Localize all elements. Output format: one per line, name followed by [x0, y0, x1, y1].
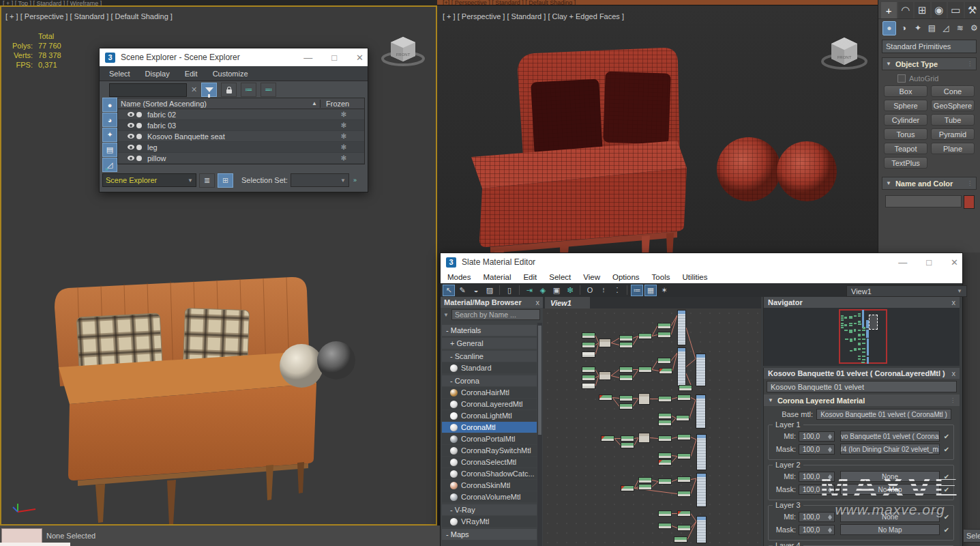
slate-menu-utilities[interactable]: Utilities — [682, 273, 707, 281]
slate-titlebar[interactable]: 3 Slate Material Editor — □ ✕ — [441, 253, 962, 271]
map-node[interactable] — [677, 453, 691, 459]
map-node[interactable] — [677, 394, 691, 401]
browser-header[interactable]: Material/Map Browser x — [441, 297, 543, 308]
minimize-button[interactable]: — — [303, 53, 312, 63]
browser-material-item[interactable]: CoronaPortalMtl — [442, 433, 537, 444]
material-node[interactable] — [696, 354, 706, 386]
primitive-button-plane[interactable]: Plane — [931, 143, 975, 154]
create-tab[interactable]: + — [881, 2, 897, 18]
map-node[interactable] — [658, 413, 672, 419]
map-node[interactable] — [657, 323, 671, 329]
browser-material-item[interactable]: CoronaLightMtl — [442, 410, 537, 421]
navigator-cursor-box[interactable] — [869, 315, 878, 330]
object-type-rollout[interactable]: ▼Object Type⋮ — [882, 57, 977, 70]
browser-material-item[interactable]: CoronaShadowCatc... — [442, 468, 537, 479]
select-tool-icon[interactable]: ↖ — [443, 285, 455, 296]
frozen-snowflake-icon[interactable]: ✻ — [323, 121, 364, 129]
map-node[interactable] — [619, 403, 633, 410]
browser-material-item[interactable]: Standard — [442, 362, 537, 373]
table-row[interactable]: Kosovo Banquette seat✻ — [118, 131, 364, 142]
map-node[interactable] — [599, 394, 612, 401]
delete-icon[interactable]: ▯ — [503, 285, 516, 296]
maxscript-mini-listener[interactable] — [1, 528, 42, 543]
map-node[interactable] — [679, 385, 692, 391]
browser-group[interactable]: - Corona — [442, 375, 537, 386]
autogrid-checkbox[interactable] — [897, 74, 906, 83]
expand-tree-icon[interactable]: ≔ — [241, 83, 256, 97]
object-name[interactable]: pillow — [147, 154, 166, 162]
material-id-list-icon[interactable]: ≔ — [631, 285, 643, 296]
object-dot-icon[interactable] — [136, 123, 142, 128]
map-node[interactable] — [658, 435, 672, 442]
primitive-button-teapot[interactable]: Teapot — [884, 143, 927, 154]
hide-unused-icon[interactable]: ◈ — [537, 285, 549, 296]
map-node[interactable] — [658, 511, 672, 517]
more-filters-chevron[interactable]: » — [105, 166, 108, 173]
show-end-result-icon[interactable]: O — [584, 285, 596, 296]
navigator-header[interactable]: Navigatorx — [764, 297, 960, 308]
browser-search-input[interactable]: Search by Name ... — [451, 309, 540, 320]
spacewarps-category-icon[interactable]: ≋ — [954, 22, 966, 35]
mask-amount-spinner[interactable]: 100,0 — [799, 444, 835, 455]
geometry-category-icon[interactable]: ● — [882, 21, 896, 35]
base-mtl-button[interactable]: Kosovo Banquette 01 velvet ( CoronaMtl ) — [816, 409, 951, 420]
top-viewport-sliver[interactable]: [ + ] [ Top ] [ Standard ] [ Wireframe ] — [0, 0, 437, 5]
material-node[interactable] — [677, 347, 686, 386]
map-node[interactable] — [638, 433, 650, 443]
table-row[interactable]: pillow✻ — [118, 153, 364, 164]
map-node[interactable] — [638, 477, 652, 483]
display-tab[interactable]: ▭ — [948, 2, 964, 18]
scene-explorer-titlebar[interactable]: 3 Scene Explorer - Scene Explorer — □ ✕ — [100, 48, 368, 66]
menu-select[interactable]: Select — [109, 70, 130, 78]
modify-tab[interactable]: ◠ — [898, 2, 914, 18]
lights-category-icon[interactable]: ✦ — [912, 22, 924, 35]
map-node[interactable] — [621, 442, 634, 448]
explorer-preset-dropdown[interactable]: Scene Explorer▼ — [102, 173, 196, 187]
viewport-label[interactable]: [ + ] [ Perspective ] [ Standard ] [ Cla… — [443, 12, 624, 20]
close-panel-icon[interactable]: x — [536, 298, 540, 306]
table-row[interactable]: leg✻ — [118, 142, 364, 153]
slate-menu-view[interactable]: View — [583, 273, 600, 281]
visibility-eye-icon[interactable] — [128, 156, 134, 160]
browser-material-item[interactable]: CoronaMtl — [442, 422, 537, 433]
slate-menu-tools[interactable]: Tools — [652, 273, 670, 281]
motion-tab[interactable]: ◉ — [932, 2, 947, 18]
pick-material-icon[interactable]: ✎ — [456, 285, 469, 296]
map-node[interactable] — [677, 525, 691, 531]
mtl-amount-spinner[interactable]: 100,0 — [799, 431, 835, 442]
browser-material-item[interactable]: CoronaRaySwitchMtl — [442, 445, 537, 456]
object-dot-icon[interactable] — [136, 145, 142, 150]
map-node[interactable] — [677, 434, 691, 440]
hierarchy-view-icon[interactable]: ⊞ — [218, 173, 233, 188]
primitive-button-cone[interactable]: Cone — [931, 85, 975, 97]
map-node[interactable] — [582, 342, 595, 348]
clear-search-icon[interactable]: ✕ — [191, 85, 197, 94]
browser-material-item[interactable]: VRayMtl — [442, 516, 537, 527]
filter-icon[interactable] — [201, 83, 217, 97]
navigator-minimap[interactable] — [764, 308, 960, 366]
object-name[interactable]: fabric 02 — [147, 111, 176, 119]
primitive-button-sphere[interactable]: Sphere — [884, 100, 927, 111]
browser-material-item[interactable]: CoronaSkinMtl — [442, 480, 537, 491]
put-material-icon[interactable]: ▨ — [484, 285, 496, 296]
map-node[interactable] — [658, 396, 672, 402]
map-node[interactable] — [677, 491, 691, 497]
show-background-icon[interactable]: ▣ — [550, 285, 563, 296]
primitive-button-box[interactable]: Box — [884, 85, 927, 97]
map-node[interactable] — [619, 342, 633, 348]
map-node[interactable] — [619, 375, 633, 381]
map-node[interactable] — [582, 367, 595, 373]
map-node[interactable] — [582, 383, 595, 389]
shapes-filter-icon[interactable]: ◕ — [102, 113, 117, 127]
material-node[interactable] — [677, 310, 686, 345]
map-node[interactable] — [582, 351, 595, 358]
map-node[interactable] — [582, 332, 595, 339]
lock-sample-icon[interactable]: ✶ — [658, 285, 670, 296]
assign-material-icon[interactable]: ◒ — [470, 285, 482, 296]
material-node[interactable] — [696, 434, 707, 470]
mtl-enable-checkbox[interactable]: ✔ — [942, 433, 951, 440]
map-node[interactable] — [657, 332, 671, 338]
frozen-snowflake-icon[interactable]: ✻ — [323, 154, 364, 162]
map-node[interactable] — [582, 375, 595, 381]
partial-select-button[interactable]: Sele — [963, 529, 980, 543]
